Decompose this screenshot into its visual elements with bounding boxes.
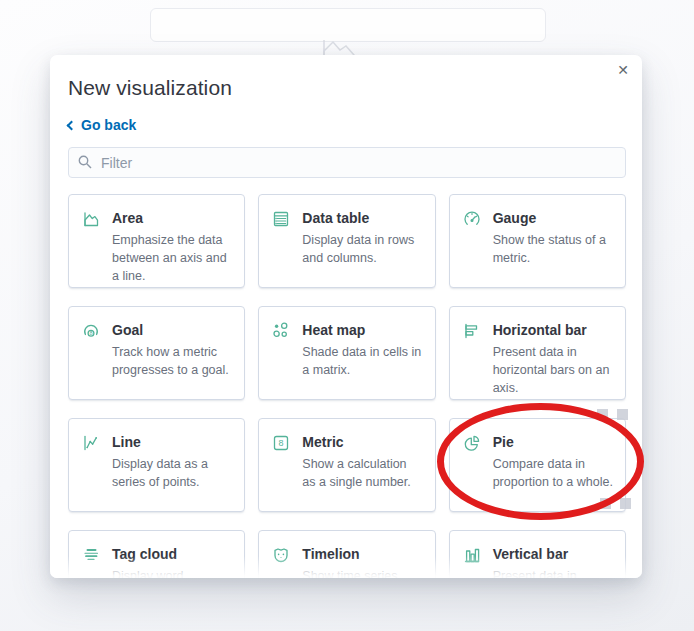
- vertical-bar-icon: [462, 545, 482, 568]
- new-visualization-dialog: ✕ New visualization Go back Area Emphasi…: [50, 55, 642, 578]
- vis-card-area[interactable]: Area Emphasize the data between an axis …: [68, 194, 245, 288]
- card-description: Display data in rows and columns.: [302, 231, 422, 267]
- card-description: Show a calculation as a single number.: [302, 455, 422, 491]
- annotation-handle[interactable]: [620, 498, 631, 509]
- go-back-link[interactable]: Go back: [68, 117, 136, 133]
- goal-icon: 8: [81, 321, 101, 344]
- vis-card-gauge[interactable]: Gauge Show the status of a metric.: [449, 194, 626, 288]
- vis-card-heat-map[interactable]: Heat map Shade data in cells in a matrix…: [258, 306, 435, 400]
- card-title: Area: [112, 210, 232, 226]
- tag-cloud-icon: [81, 545, 101, 568]
- card-title: Pie: [493, 434, 613, 450]
- card-title: Timelion: [302, 546, 422, 562]
- vis-card-vertical-bar[interactable]: Vertical bar Present data in vertical ba…: [449, 530, 626, 578]
- card-description: Display word frequency with font size.: [112, 567, 232, 578]
- vis-card-data-table[interactable]: Data table Display data in rows and colu…: [258, 194, 435, 288]
- svg-text:8: 8: [279, 438, 284, 448]
- card-description: Display data as a series of points.: [112, 455, 232, 491]
- card-title: Heat map: [302, 322, 422, 338]
- vis-card-tag-cloud[interactable]: Tag cloud Display word frequency with fo…: [68, 530, 245, 578]
- filter-input[interactable]: [68, 147, 626, 178]
- card-title: Horizontal bar: [493, 322, 613, 338]
- heat-map-icon: [271, 321, 291, 344]
- annotation-handle[interactable]: [600, 498, 611, 509]
- vis-card-horizontal-bar[interactable]: Horizontal bar Present data in horizonta…: [449, 306, 626, 400]
- card-description: Track how a metric progresses to a goal.: [112, 343, 232, 379]
- vis-card-goal[interactable]: 8 Goal Track how a metric progresses to …: [68, 306, 245, 400]
- gauge-icon: [462, 209, 482, 232]
- metric-icon: 8: [271, 433, 291, 456]
- chevron-left-icon: [67, 121, 77, 131]
- visualization-type-grid: Area Emphasize the data between an axis …: [68, 194, 626, 578]
- vis-card-line[interactable]: Line Display data as a series of points.: [68, 418, 245, 512]
- card-description: Show time series data on a graph.: [302, 567, 422, 578]
- go-back-label: Go back: [81, 117, 136, 133]
- horizontal-bar-icon: [462, 321, 482, 344]
- svg-text:8: 8: [89, 330, 92, 336]
- card-title: Gauge: [493, 210, 613, 226]
- card-title: Goal: [112, 322, 232, 338]
- annotation-handle[interactable]: [597, 409, 608, 420]
- annotation-handle[interactable]: [617, 409, 628, 420]
- vis-card-timelion[interactable]: Timelion Show time series data on a grap…: [258, 530, 435, 578]
- card-title: Line: [112, 434, 232, 450]
- data-table-icon: [271, 209, 291, 232]
- card-title: Vertical bar: [493, 546, 613, 562]
- card-description: Emphasize the data between an axis and a…: [112, 231, 232, 285]
- line-chart-icon: [81, 433, 101, 456]
- pie-chart-icon: [462, 433, 482, 456]
- card-title: Metric: [302, 434, 422, 450]
- area-chart-icon: [81, 209, 101, 232]
- card-title: Data table: [302, 210, 422, 226]
- card-title: Tag cloud: [112, 546, 232, 562]
- card-description: Present data in horizontal bars on an ax…: [493, 343, 613, 397]
- vis-card-metric[interactable]: 8 Metric Show a calculation as a single …: [258, 418, 435, 512]
- close-icon[interactable]: ✕: [613, 60, 633, 80]
- card-description: Present data in vertical bars on an axis…: [493, 567, 613, 578]
- card-description: Show the status of a metric.: [493, 231, 613, 267]
- timelion-icon: [271, 545, 291, 568]
- page-title: New visualization: [68, 76, 626, 100]
- card-description: Shade data in cells in a matrix.: [302, 343, 422, 379]
- card-description: Compare data in proportion to a whole.: [493, 455, 613, 491]
- search-icon: [77, 154, 93, 174]
